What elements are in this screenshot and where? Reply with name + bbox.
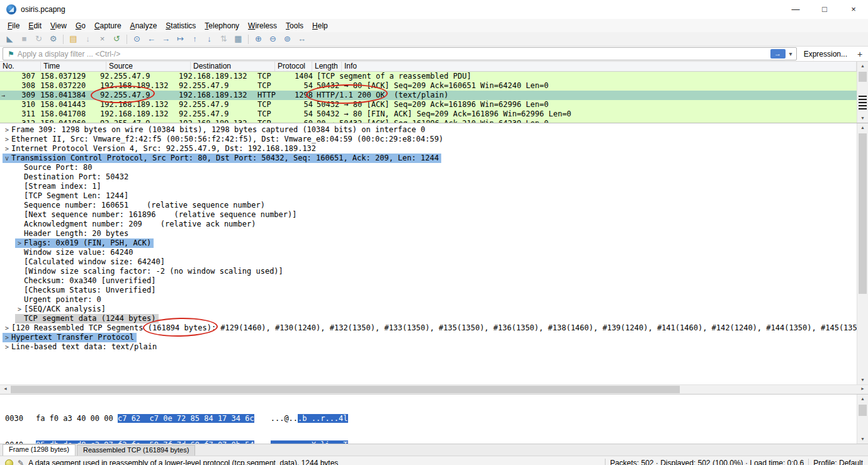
scroll-up-icon[interactable]: ▲ — [857, 123, 868, 132]
find-packet-icon[interactable]: ⊙ — [130, 33, 144, 45]
detail-line-header-length[interactable]: Header Length: 20 bytes — [15, 229, 131, 238]
expander-icon[interactable]: > — [3, 323, 11, 333]
tab-frame[interactable]: Frame (1298 bytes) — [3, 444, 76, 456]
auto-scroll-icon[interactable]: ⇅ — [217, 33, 231, 45]
expander-icon[interactable]: > — [15, 305, 24, 314]
column-header-protocol[interactable]: Protocol — [275, 62, 312, 71]
resize-columns-icon[interactable]: ↔ — [295, 33, 309, 45]
packet-row-311[interactable]: 311158.041708192.168.189.13292.255.47.9T… — [0, 109, 857, 119]
close-file-icon[interactable]: × — [95, 33, 110, 45]
zoom-in-icon[interactable]: ⊕ — [251, 33, 266, 45]
detail-line-ip[interactable]: >Internet Protocol Version 4, Src: 92.25… — [3, 144, 318, 154]
save-file-icon[interactable]: ↓ — [81, 33, 95, 45]
menu-file[interactable]: File — [3, 20, 24, 31]
detail-line-tcp-segment-data[interactable]: TCP segment data (1244 bytes) — [15, 314, 159, 323]
colorize-icon[interactable]: ▦ — [231, 33, 245, 45]
detail-pane-scrollbar[interactable]: ▲ ▼ — [857, 123, 868, 384]
hex-bytes-selected[interactable]: c7 62 c7 0e 72 85 84 17 34 6c — [118, 414, 254, 423]
scroll-up-icon[interactable]: ▲ — [857, 395, 868, 403]
bytes-pane-scrollbar[interactable]: ▲ ▼ — [857, 395, 868, 444]
go-back-icon[interactable]: ← — [144, 33, 159, 45]
profile-text[interactable]: Profile: Default — [813, 459, 863, 465]
detail-line-flags[interactable]: >Flags: 0x019 (FIN, PSH, ACK) — [15, 238, 154, 248]
detail-line-checksum[interactable]: Checksum: 0xa340 [unverified] — [15, 276, 159, 286]
menu-view[interactable]: View — [46, 20, 71, 31]
hex-row[interactable]: 0030fa f0 a3 40 00 00 c7 62 c7 0e 72 85 … — [5, 414, 857, 423]
expander-icon[interactable]: > — [3, 135, 11, 144]
close-button[interactable]: × — [839, 0, 868, 19]
restart-capture-icon[interactable]: ↻ — [31, 33, 46, 45]
scroll-down-icon[interactable]: ▼ — [857, 376, 868, 384]
display-filter-input[interactable]: ⚑ Apply a display filter ... <Ctrl-/> → … — [3, 47, 797, 60]
capture-comment-icon[interactable]: ✎ — [18, 459, 24, 465]
detail-line-urgent-pointer[interactable]: Urgent pointer: 0 — [15, 295, 104, 305]
detail-line-segment-len[interactable]: [TCP Segment Len: 1244] — [15, 191, 131, 201]
scrollbar-track[interactable] — [857, 132, 868, 376]
menu-help[interactable]: Help — [308, 20, 332, 31]
detail-line-seq-number[interactable]: Sequence number: 160651 (relative sequen… — [15, 201, 268, 210]
go-to-packet-icon[interactable]: ↦ — [173, 33, 188, 45]
detail-line-seq-ack-analysis[interactable]: >[SEQ/ACK analysis] — [15, 305, 108, 314]
maximize-button[interactable]: □ — [810, 0, 839, 19]
column-header-info[interactable]: Info — [342, 62, 857, 71]
go-last-icon[interactable]: ↓ — [202, 33, 217, 45]
detail-line-src-port[interactable]: Source Port: 80 — [15, 163, 94, 172]
ascii-text[interactable]: ...@.. — [271, 414, 298, 423]
packet-row-309-selected[interactable]: →309158.04138492.255.47.9192.168.189.132… — [0, 91, 857, 100]
scroll-down-icon[interactable]: ▼ — [857, 435, 868, 444]
scrollbar-track[interactable] — [857, 70, 868, 114]
filter-add-button[interactable]: + — [854, 49, 865, 59]
zoom-reset-icon[interactable]: ⊚ — [280, 33, 295, 45]
expander-icon[interactable]: > — [15, 238, 24, 248]
menu-telephony[interactable]: Telephony — [200, 20, 244, 31]
go-first-icon[interactable]: ↑ — [188, 33, 202, 45]
open-file-icon[interactable]: ▤ — [66, 33, 81, 45]
detail-line-ack-number[interactable]: Acknowledgment number: 209 (relative ack… — [15, 220, 258, 229]
start-capture-icon[interactable]: ◣ — [3, 33, 17, 45]
packet-row-310[interactable]: 310158.041443192.168.189.13292.255.47.9T… — [0, 100, 857, 109]
menu-edit[interactable]: Edit — [24, 20, 46, 31]
detail-line-window-scaling[interactable]: [Window size scaling factor: -2 (no wind… — [15, 267, 286, 276]
scroll-up-icon[interactable]: ▲ — [857, 62, 868, 70]
detail-line-tcp[interactable]: vTransmission Control Protocol, Src Port… — [3, 154, 441, 163]
scrollbar-track[interactable] — [11, 385, 857, 394]
scrollbar-track[interactable] — [857, 403, 868, 435]
capture-options-icon[interactable]: ⚙ — [46, 33, 60, 45]
detail-line-next-seq[interactable]: [Next sequence number: 161896 (relative … — [15, 210, 299, 220]
scroll-right-icon[interactable]: ► — [857, 385, 868, 394]
menu-statistics[interactable]: Statistics — [161, 20, 200, 31]
menu-analyze[interactable]: Analyze — [126, 20, 162, 31]
hex-bytes[interactable]: fa f0 a3 40 00 00 — [36, 414, 118, 423]
menu-capture[interactable]: Capture — [90, 20, 126, 31]
reload-file-icon[interactable]: ↺ — [110, 33, 124, 45]
menu-wireless[interactable]: Wireless — [244, 20, 281, 31]
detail-line-frame[interactable]: >Frame 309: 1298 bytes on wire (10384 bi… — [3, 125, 427, 135]
detail-line-calc-window[interactable]: [Calculated window size: 64240] — [15, 257, 167, 267]
expander-icon[interactable]: > — [3, 333, 11, 342]
column-header-no[interactable]: No. — [0, 62, 41, 71]
expert-info-icon[interactable] — [5, 459, 13, 465]
zoom-out-icon[interactable]: ⊖ — [266, 33, 280, 45]
tab-reassembled-tcp[interactable]: Reassembled TCP (161894 bytes) — [77, 445, 195, 456]
filter-bookmark-icon[interactable]: ⚑ — [8, 50, 14, 59]
detail-line-line-based-text[interactable]: >Line-based text data: text/plain — [3, 342, 159, 352]
detail-line-ethernet[interactable]: >Ethernet II, Src: Vmware_f2:42:f5 (00:5… — [3, 135, 446, 144]
menu-go[interactable]: Go — [71, 20, 90, 31]
packet-row-307[interactable]: 307158.03712992.255.47.9192.168.189.132T… — [0, 72, 857, 81]
detail-line-stream-index[interactable]: [Stream index: 1] — [15, 182, 104, 191]
minimize-button[interactable]: — — [781, 0, 810, 19]
scroll-down-icon[interactable]: ▼ — [857, 114, 868, 123]
column-header-destination[interactable]: Destination — [191, 62, 275, 71]
column-header-time[interactable]: Time — [41, 62, 106, 71]
packet-row-308[interactable]: 308158.037220192.168.189.13292.255.47.9T… — [0, 81, 857, 91]
column-header-length[interactable]: Length — [312, 62, 342, 71]
stop-capture-icon[interactable]: ■ — [17, 33, 31, 45]
expander-icon[interactable]: v — [3, 154, 11, 163]
detail-line-window-size[interactable]: Window size value: 64240 — [15, 248, 135, 257]
expander-icon[interactable]: > — [3, 342, 11, 352]
menu-tools[interactable]: Tools — [281, 20, 308, 31]
detail-line-reassembled-segments[interactable]: >[120 Reassembled TCP Segments (161894 b… — [3, 323, 857, 333]
filter-apply-button[interactable]: → — [770, 49, 786, 59]
go-forward-icon[interactable]: → — [159, 33, 173, 45]
expander-icon[interactable]: > — [3, 125, 11, 135]
